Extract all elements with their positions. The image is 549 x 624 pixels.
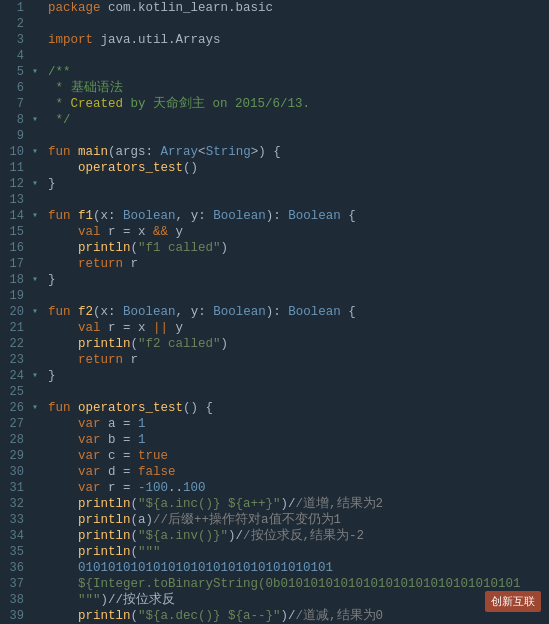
code-line-content: var c = true bbox=[46, 448, 549, 464]
line-number: 23 bbox=[0, 352, 32, 368]
line-number: 19 bbox=[0, 288, 32, 304]
fold-icon[interactable]: ▾ bbox=[32, 144, 44, 160]
line-row: 5▾/** bbox=[0, 64, 549, 80]
code-line-content: } bbox=[46, 176, 549, 192]
line-row: 21 val r = x || y bbox=[0, 320, 549, 336]
line-number: 22 bbox=[0, 336, 32, 352]
line-row: 32 println("${a.inc()} ${a++}")//道增,结果为2 bbox=[0, 496, 549, 512]
code-editor: 1 package com.kotlin_learn.basic2 3 impo… bbox=[0, 0, 549, 624]
code-line-content: import java.util.Arrays bbox=[46, 32, 549, 48]
line-number: 4 bbox=[0, 48, 32, 64]
line-row: 12▾} bbox=[0, 176, 549, 192]
fold-icon[interactable]: ▾ bbox=[32, 368, 44, 384]
line-number: 1 bbox=[0, 0, 32, 16]
code-line-content: println("${a.dec()} ${a--}")//道减,结果为0 bbox=[46, 608, 549, 624]
line-row: 20▾fun f2(x: Boolean, y: Boolean): Boole… bbox=[0, 304, 549, 320]
code-lines: 1 package com.kotlin_learn.basic2 3 impo… bbox=[0, 0, 549, 624]
line-row: 23 return r bbox=[0, 352, 549, 368]
code-line-content: package com.kotlin_learn.basic bbox=[46, 0, 549, 16]
line-number: 34 bbox=[0, 528, 32, 544]
code-line-content: println("f1 called") bbox=[46, 240, 549, 256]
line-row: 39 println("${a.dec()} ${a--}")//道减,结果为0 bbox=[0, 608, 549, 624]
line-row: 34 println("${a.inv()}")//按位求反,结果为-2 bbox=[0, 528, 549, 544]
line-row: 8▾ */ bbox=[0, 112, 549, 128]
code-line-content: println(a)//后缀++操作符对a值不变仍为1 bbox=[46, 512, 549, 528]
code-line-content: 0101010101010101010101010101010101 bbox=[46, 560, 549, 576]
code-line-content: println(""" bbox=[46, 544, 549, 560]
line-number: 38 bbox=[0, 592, 32, 608]
line-row: 2 bbox=[0, 16, 549, 32]
line-number: 5 bbox=[0, 64, 32, 80]
line-number: 7 bbox=[0, 96, 32, 112]
line-row: 13 bbox=[0, 192, 549, 208]
line-row: 19 bbox=[0, 288, 549, 304]
line-number: 27 bbox=[0, 416, 32, 432]
line-number: 32 bbox=[0, 496, 32, 512]
line-number: 13 bbox=[0, 192, 32, 208]
fold-icon[interactable]: ▾ bbox=[32, 304, 44, 320]
line-number: 24 bbox=[0, 368, 32, 384]
code-line-content: var a = 1 bbox=[46, 416, 549, 432]
line-number: 9 bbox=[0, 128, 32, 144]
line-row: 15 val r = x && y bbox=[0, 224, 549, 240]
line-number: 8 bbox=[0, 112, 32, 128]
fold-icon[interactable]: ▾ bbox=[32, 400, 44, 416]
line-number: 25 bbox=[0, 384, 32, 400]
line-row: 37 ${Integer.toBinaryString(0b0101010101… bbox=[0, 576, 549, 592]
code-line-content: fun operators_test() { bbox=[46, 400, 549, 416]
line-number: 21 bbox=[0, 320, 32, 336]
line-row: 9 bbox=[0, 128, 549, 144]
line-number: 11 bbox=[0, 160, 32, 176]
code-line-content: println("f2 called") bbox=[46, 336, 549, 352]
line-number: 2 bbox=[0, 16, 32, 32]
fold-icon[interactable]: ▾ bbox=[32, 176, 44, 192]
line-number: 3 bbox=[0, 32, 32, 48]
fold-icon[interactable]: ▾ bbox=[32, 272, 44, 288]
fold-icon[interactable]: ▾ bbox=[32, 112, 44, 128]
line-row: 31 var r = -100..100 bbox=[0, 480, 549, 496]
code-line-content: fun f1(x: Boolean, y: Boolean): Boolean … bbox=[46, 208, 549, 224]
code-line-content: """)//按位求反 bbox=[46, 592, 549, 608]
line-number: 17 bbox=[0, 256, 32, 272]
line-row: 1 package com.kotlin_learn.basic bbox=[0, 0, 549, 16]
line-number: 39 bbox=[0, 608, 32, 624]
line-row: 26▾fun operators_test() { bbox=[0, 400, 549, 416]
fold-icon[interactable]: ▾ bbox=[32, 208, 44, 224]
line-number: 33 bbox=[0, 512, 32, 528]
code-line-content: return r bbox=[46, 352, 549, 368]
line-number: 35 bbox=[0, 544, 32, 560]
code-line-content: val r = x || y bbox=[46, 320, 549, 336]
line-row: 7 * Created by 天命剑主 on 2015/6/13. bbox=[0, 96, 549, 112]
code-line-content: } bbox=[46, 368, 549, 384]
line-row: 29 var c = true bbox=[0, 448, 549, 464]
code-line-content: var b = 1 bbox=[46, 432, 549, 448]
code-line-content: println("${a.inv()}")//按位求反,结果为-2 bbox=[46, 528, 549, 544]
line-number: 30 bbox=[0, 464, 32, 480]
line-row: 10▾fun main(args: Array<String>) { bbox=[0, 144, 549, 160]
code-line-content: * Created by 天命剑主 on 2015/6/13. bbox=[46, 96, 549, 112]
code-line-content: var d = false bbox=[46, 464, 549, 480]
line-row: 16 println("f1 called") bbox=[0, 240, 549, 256]
line-number: 16 bbox=[0, 240, 32, 256]
line-number: 14 bbox=[0, 208, 32, 224]
code-line-content: /** bbox=[46, 64, 549, 80]
line-number: 10 bbox=[0, 144, 32, 160]
line-number: 31 bbox=[0, 480, 32, 496]
line-row: 38 """)//按位求反 bbox=[0, 592, 549, 608]
fold-icon[interactable]: ▾ bbox=[32, 64, 44, 80]
code-line-content: operators_test() bbox=[46, 160, 549, 176]
line-row: 6 * 基础语法 bbox=[0, 80, 549, 96]
line-number: 29 bbox=[0, 448, 32, 464]
line-number: 15 bbox=[0, 224, 32, 240]
line-row: 30 var d = false bbox=[0, 464, 549, 480]
line-number: 36 bbox=[0, 560, 32, 576]
line-row: 28 var b = 1 bbox=[0, 432, 549, 448]
line-row: 25 bbox=[0, 384, 549, 400]
watermark: 创新互联 bbox=[485, 591, 541, 612]
line-row: 18▾} bbox=[0, 272, 549, 288]
line-number: 12 bbox=[0, 176, 32, 192]
line-number: 26 bbox=[0, 400, 32, 416]
line-row: 24▾} bbox=[0, 368, 549, 384]
code-line-content: fun main(args: Array<String>) { bbox=[46, 144, 549, 160]
line-number: 6 bbox=[0, 80, 32, 96]
